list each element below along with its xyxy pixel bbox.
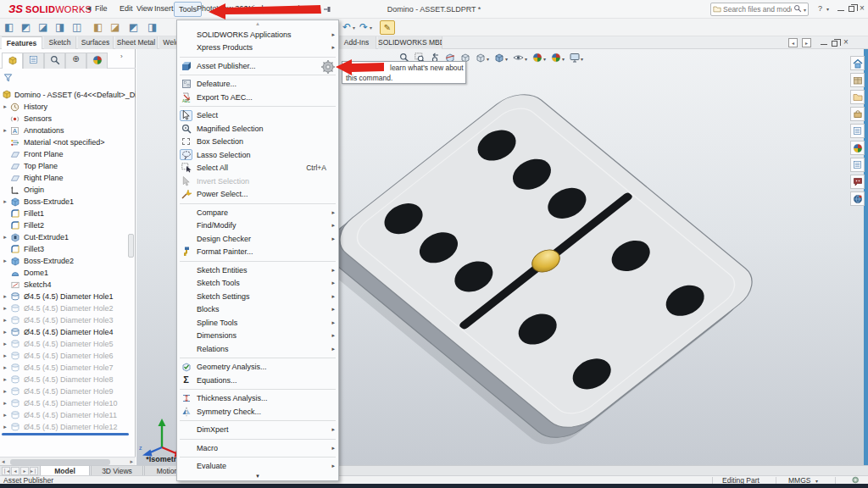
display-style-icon[interactable]: ▾	[492, 52, 509, 65]
swept-cut-icon[interactable]: ◨	[147, 21, 157, 33]
edit-appearance-icon-caret[interactable]: ▾	[543, 56, 546, 62]
menu-item-symmetry-check-[interactable]: Symmetry Check...	[177, 405, 338, 419]
expand-icon[interactable]: ▸	[0, 424, 10, 430]
solidworks-forums-icon[interactable]	[850, 175, 865, 189]
pin-menubar-icon[interactable]	[323, 5, 331, 15]
menu-item-relations[interactable]: Relations▸	[177, 342, 338, 356]
menu-item-sketch-tools[interactable]: Sketch Tools▸	[177, 277, 338, 291]
rollback-bar[interactable]	[2, 433, 129, 435]
close-button[interactable]: ×	[860, 3, 865, 13]
expand-icon[interactable]: ▸	[0, 364, 10, 371]
appearances-scenes-icon[interactable]	[850, 141, 865, 155]
scroll-left-icon[interactable]: ◂	[2, 458, 5, 465]
tree-item--4-5-4-5-diameter-hole3[interactable]: ▸Ø4.5 (4.5) Diameter Hole3	[0, 314, 136, 326]
expand-icon[interactable]: ▸	[0, 388, 10, 395]
propertymanager-tab[interactable]	[23, 53, 44, 69]
tree-root-item[interactable]: Domino - ASSET (6-4<<Default>_Display	[2, 88, 136, 101]
tab-add-ins[interactable]: Add-Ins	[337, 36, 376, 49]
tree-item-origin[interactable]: Origin	[0, 184, 136, 196]
view-orientation-icon-caret[interactable]: ▾	[487, 56, 489, 62]
apply-scene-icon[interactable]: ▾	[549, 52, 566, 65]
expand-icon[interactable]: ▸	[0, 127, 10, 134]
tree-item-front-plane[interactable]: Front Plane	[0, 148, 136, 160]
view-orientation-icon[interactable]: ▾	[474, 52, 491, 65]
tree-item-cut-extrude1[interactable]: ▸Cut-Extrude1	[0, 231, 136, 243]
expand-icon[interactable]: ▸	[0, 412, 10, 419]
menu-item-lasso-selection[interactable]: Lasso Selection	[177, 148, 338, 162]
scrollbar-thumb[interactable]	[10, 459, 110, 465]
tree-item--4-5-4-5-diameter-hole6[interactable]: ▸Ø4.5 (4.5) Diameter Hole6	[0, 350, 136, 362]
menu-item-dimxpert[interactable]: DimXpert▸	[177, 424, 338, 437]
tree-item-fillet1[interactable]: Fillet1	[0, 208, 136, 219]
menu-item-solidworks-applications[interactable]: SOLIDWORKS Applications▸	[177, 28, 338, 42]
menu-item-select-all[interactable]: Select AllCtrl+A	[177, 162, 338, 175]
tree-item-dome1[interactable]: Dome1	[0, 267, 136, 279]
menu-item-invert-selection[interactable]: Invert Selection	[177, 175, 338, 188]
redo-icon[interactable]: ↷	[359, 21, 368, 33]
menu-item-macro[interactable]: Macro▸	[177, 441, 338, 455]
minimize-button[interactable]	[837, 10, 844, 11]
menu-item-select[interactable]: Select	[177, 109, 338, 123]
tree-item--4-5-4-5-diameter-hole9[interactable]: ▸Ø4.5 (4.5) Diameter Hole9	[0, 385, 136, 397]
design-library-icon[interactable]	[850, 90, 865, 104]
tree-item--4-5-4-5-diameter-hole12[interactable]: ▸Ø4.5 (4.5) Diameter Hole12	[0, 421, 136, 433]
tree-item-annotations[interactable]: ▸AAnnotations	[0, 125, 136, 136]
menu-item-design-checker[interactable]: Design Checker▸	[177, 232, 338, 246]
menu-item-defeature-[interactable]: Defeature...	[177, 78, 338, 92]
tree-item--4-5-4-5-diameter-hole8[interactable]: ▸Ø4.5 (4.5) Diameter Hole8	[0, 374, 136, 385]
menu-item-format-painter-[interactable]: Format Painter...	[177, 246, 338, 259]
help-caret-icon[interactable]: ▾	[826, 6, 829, 12]
scroll-down-icon[interactable]: ▼	[177, 473, 338, 480]
document-close-icon[interactable]: ×	[843, 37, 849, 47]
dimxpertmanager-tab[interactable]: ⊕	[65, 53, 86, 69]
tree-item--4-5-4-5-diameter-hole7[interactable]: ▸Ø4.5 (4.5) Diameter Hole7	[0, 362, 136, 374]
expand-icon[interactable]: ▸	[0, 317, 10, 324]
expand-icon[interactable]: ▸	[0, 352, 10, 359]
hide-show-items-icon[interactable]: ▾	[511, 52, 529, 65]
revolved-cut-icon[interactable]: ◩	[129, 21, 138, 33]
tab-features[interactable]: Features	[2, 36, 42, 49]
menu-item-power-select-[interactable]: Power Select...	[177, 188, 338, 202]
redo-icon-caret[interactable]: ▾	[370, 25, 372, 30]
menu-window[interactable]: Window	[246, 4, 273, 13]
help-button[interactable]: ?	[818, 4, 822, 13]
search-options-caret-icon[interactable]: ▾	[804, 7, 806, 13]
menu-help[interactable]: Help	[288, 4, 304, 13]
menu-item-equations-[interactable]: ΣEquations...	[177, 374, 338, 387]
expand-icon[interactable]: ▸	[0, 305, 10, 312]
user-community-icon[interactable]	[850, 191, 865, 206]
apply-scene-icon-caret[interactable]: ▾	[562, 56, 565, 62]
view-settings-icon[interactable]: ▾	[568, 52, 585, 65]
menu-item-thickness-analysis-[interactable]: Thickness Analysis...	[177, 392, 338, 406]
menu-item-export-to-aec-[interactable]: AECExport To AEC...	[177, 91, 338, 104]
expand-icon[interactable]: ▸	[0, 400, 10, 407]
menu-item-asset-publisher-[interactable]: Asset Publisher...	[177, 59, 338, 73]
tree-item--4-5-4-5-diameter-hole10[interactable]: ▸Ø4.5 (4.5) Diameter Hole10	[0, 397, 136, 409]
study-nav-3[interactable]: ▸❘	[30, 467, 38, 475]
expand-icon[interactable]: ▸	[0, 293, 10, 300]
menu-file[interactable]: File	[95, 4, 108, 13]
extruded-cut-icon[interactable]: ◧	[93, 21, 103, 33]
prev-document-icon[interactable]: ◂	[788, 38, 798, 47]
custom-properties-icon[interactable]	[850, 158, 865, 172]
menu-item-xpress-products[interactable]: Xpress Products▸	[177, 42, 338, 55]
display-style-icon-caret[interactable]: ▾	[505, 56, 508, 62]
expand-icon[interactable]: ▸	[0, 341, 10, 347]
menu-view[interactable]: View	[136, 4, 153, 13]
menu-edit[interactable]: Edit	[120, 4, 133, 13]
menu-item-box-selection[interactable]: Box Selection	[177, 136, 338, 149]
menu-item-dimensions[interactable]: Dimensions▸	[177, 330, 338, 343]
hole-wizard-icon[interactable]: ◪	[110, 21, 120, 33]
menu-item-blocks[interactable]: Blocks▸	[177, 303, 338, 317]
next-document-icon[interactable]: ▸	[802, 38, 811, 47]
view-settings-icon-caret[interactable]: ▾	[581, 56, 583, 62]
tab-surfaces[interactable]: Surfaces	[78, 36, 114, 49]
tree-item-fillet3[interactable]: Fillet3	[0, 243, 136, 255]
expand-icon[interactable]: ▸	[0, 198, 10, 205]
menu-item-sketch-entities[interactable]: Sketch Entities▸	[177, 263, 338, 277]
expand-icon[interactable]: ▸	[0, 258, 10, 264]
tree-item-top-plane[interactable]: Top Plane	[0, 160, 136, 172]
tab-solidworks-mbd[interactable]: SOLIDWORKS MBD	[378, 36, 442, 49]
tree-item-sensors[interactable]: Sensors	[0, 113, 136, 125]
panel-splitter-handle[interactable]	[128, 234, 134, 258]
